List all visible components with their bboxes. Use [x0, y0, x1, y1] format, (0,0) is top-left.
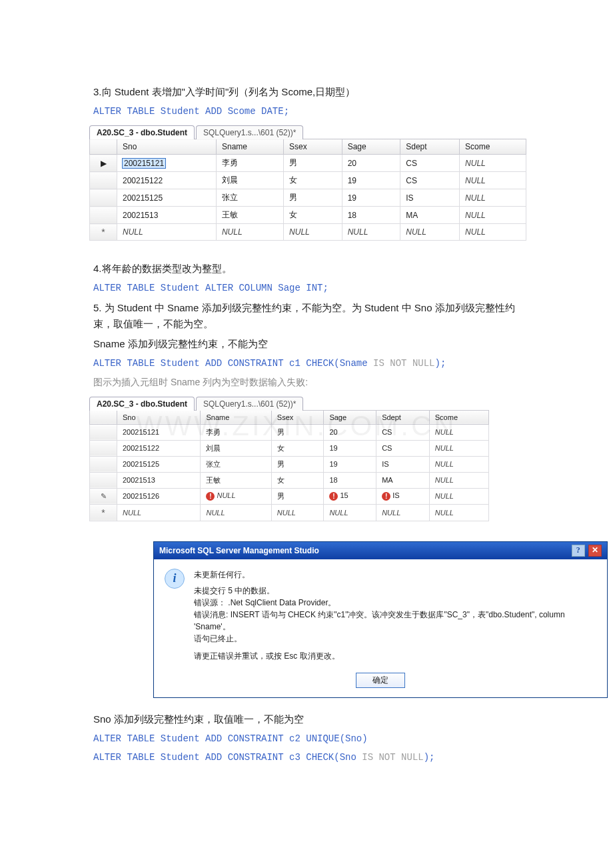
cell[interactable]: 张立 — [216, 189, 283, 207]
cell[interactable]: NULL — [400, 224, 460, 241]
cell[interactable]: NULL — [460, 155, 526, 172]
col-scome[interactable]: Scome — [460, 139, 526, 155]
grid2-tab-inactive[interactable]: SQLQuery1.s...\601 (52))* — [196, 397, 303, 411]
table-row[interactable]: 200215125张立男19ISNULL — [90, 189, 526, 207]
col-ssex[interactable]: Ssex — [284, 139, 342, 155]
cell[interactable]: 200215126 — [117, 488, 201, 504]
col-sdept-2[interactable]: Sdept — [376, 410, 430, 424]
table-row[interactable]: *NULLNULLNULLNULLNULLNULL — [90, 504, 489, 521]
cell[interactable]: 王敏 — [216, 207, 283, 224]
cell[interactable]: NULL — [429, 424, 488, 440]
cell[interactable]: 女 — [271, 472, 324, 488]
sec4-sql: ALTER TABLE Student ALTER COLUMN Sage IN… — [93, 281, 526, 295]
grid2-table: Sno Sname Ssex Sage Sdept Scome 20021512… — [89, 410, 489, 521]
table-row[interactable]: 200215121李勇男20CSNULL — [90, 424, 489, 440]
ok-button[interactable]: 确定 — [356, 673, 405, 688]
cell[interactable]: 18 — [342, 207, 400, 224]
cell[interactable]: NULL — [429, 504, 488, 521]
table-row[interactable]: 200215122刘晨女19CSNULL — [90, 172, 526, 189]
cell[interactable]: 200215125 — [117, 456, 201, 472]
cell[interactable]: 200215122 — [117, 172, 217, 189]
cell[interactable]: CS — [400, 155, 460, 172]
cell[interactable]: 20 — [342, 155, 400, 172]
table-row[interactable]: ▶200215121李勇男20CSNULL — [90, 155, 526, 172]
cell[interactable]: CS — [400, 172, 460, 189]
cell[interactable]: 女 — [284, 207, 342, 224]
cell[interactable]: 19 — [342, 172, 400, 189]
cell[interactable]: NULL — [271, 504, 324, 521]
cell[interactable]: NULL — [376, 504, 430, 521]
cell[interactable]: CS — [376, 440, 430, 456]
cell[interactable]: NULL — [201, 504, 271, 521]
col-sdept[interactable]: Sdept — [400, 139, 460, 155]
cell[interactable]: 20021513 — [117, 207, 217, 224]
col-sno[interactable]: Sno — [117, 139, 217, 155]
grid1-tab-inactive[interactable]: SQLQuery1.s...\601 (52))* — [196, 125, 303, 139]
cell[interactable]: NULL — [429, 456, 488, 472]
cell[interactable]: 20 — [324, 424, 376, 440]
cell[interactable]: NULL — [117, 504, 201, 521]
cell[interactable]: 男 — [271, 488, 324, 504]
table-row[interactable]: 200215122刘晨女19CSNULL — [90, 440, 489, 456]
dialog-text: 未更新任何行。 未提交行 5 中的数据。 错误源： .Net SqlClient… — [194, 569, 596, 662]
col-scome-2[interactable]: Scome — [429, 410, 488, 424]
col-sage-2[interactable]: Sage — [324, 410, 376, 424]
help-button[interactable]: ? — [572, 545, 585, 557]
cell[interactable]: 男 — [284, 189, 342, 207]
cell[interactable]: 200215121 — [117, 155, 217, 172]
cell[interactable]: !15 — [324, 488, 376, 504]
cell[interactable]: NULL — [117, 224, 217, 241]
cell[interactable]: IS — [376, 456, 430, 472]
cell[interactable]: 18 — [324, 472, 376, 488]
cell[interactable]: NULL — [284, 224, 342, 241]
cell[interactable]: NULL — [324, 504, 376, 521]
cell[interactable]: 男 — [271, 424, 324, 440]
cell[interactable]: 19 — [324, 440, 376, 456]
col-sno-2[interactable]: Sno — [117, 410, 201, 424]
cell[interactable]: CS — [376, 424, 430, 440]
table-row[interactable]: 200215125张立男19ISNULL — [90, 456, 489, 472]
col-sname[interactable]: Sname — [216, 139, 283, 155]
cell[interactable]: NULL — [460, 172, 526, 189]
cell[interactable]: 男 — [271, 456, 324, 472]
col-ssex-2[interactable]: Ssex — [271, 410, 324, 424]
sec3-heading: 3.向 Student 表增加"入学时间"列（列名为 Scome,日期型） — [93, 84, 526, 100]
cell[interactable]: NULL — [460, 224, 526, 241]
cell[interactable]: NULL — [429, 440, 488, 456]
cell[interactable]: MA — [400, 207, 460, 224]
cell[interactable]: 20021513 — [117, 472, 201, 488]
close-button[interactable]: ✕ — [588, 545, 602, 557]
col-sname-2[interactable]: Sname — [201, 410, 271, 424]
cell[interactable]: 张立 — [201, 456, 271, 472]
cell[interactable]: NULL — [460, 207, 526, 224]
cell[interactable]: 19 — [324, 456, 376, 472]
cell[interactable]: NULL — [429, 488, 488, 504]
col-sage[interactable]: Sage — [342, 139, 400, 155]
cell[interactable]: !IS — [376, 488, 430, 504]
cell[interactable]: 王敏 — [201, 472, 271, 488]
cell[interactable]: MA — [376, 472, 430, 488]
cell[interactable]: 李勇 — [201, 424, 271, 440]
cell[interactable]: 女 — [271, 440, 324, 456]
table-row[interactable]: 20021513王敏女18MANULL — [90, 207, 526, 224]
cell[interactable]: 200215125 — [117, 189, 217, 207]
cell[interactable]: 男 — [284, 155, 342, 172]
cell[interactable]: IS — [400, 189, 460, 207]
grid2-tab-active[interactable]: A20.SC_3 - dbo.Student — [89, 397, 195, 411]
grid1-tab-active[interactable]: A20.SC_3 - dbo.Student — [89, 125, 195, 139]
cell[interactable]: !NULL — [201, 488, 271, 504]
cell[interactable]: 女 — [284, 172, 342, 189]
cell[interactable]: NULL — [429, 472, 488, 488]
table-row[interactable]: 20021513王敏女18MANULL — [90, 472, 489, 488]
cell[interactable]: NULL — [342, 224, 400, 241]
cell[interactable]: 李勇 — [216, 155, 283, 172]
table-row[interactable]: ✎200215126!NULL男!15!ISNULL — [90, 488, 489, 504]
cell[interactable]: 200215121 — [117, 424, 201, 440]
cell[interactable]: 刘晨 — [201, 440, 271, 456]
cell[interactable]: 200215122 — [117, 440, 201, 456]
table-row[interactable]: *NULLNULLNULLNULLNULLNULL — [90, 224, 526, 241]
cell[interactable]: 19 — [342, 189, 400, 207]
cell[interactable]: 刘晨 — [216, 172, 283, 189]
cell[interactable]: NULL — [216, 224, 283, 241]
cell[interactable]: NULL — [460, 189, 526, 207]
